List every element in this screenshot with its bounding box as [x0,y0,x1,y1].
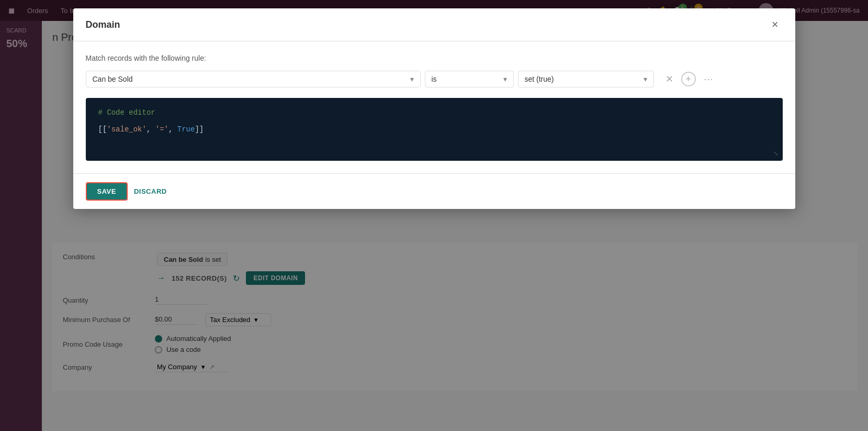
modal-close-button[interactable]: × [768,17,783,32]
modal-body: Match records with the following rule: C… [73,41,795,173]
resize-handle-icon[interactable]: ⤡ [773,150,779,158]
rule-field-value: Can be Sold [93,75,133,83]
code-comment-line: # Code editor [98,108,770,117]
rule-delete-button[interactable]: ✕ [662,72,677,86]
save-button[interactable]: SAVE [86,182,128,201]
code-comma1: , [146,125,155,134]
rule-operator-chevron-icon: ▾ [503,75,507,83]
rule-field-chevron-icon: ▾ [410,75,414,83]
code-content-line: [['sale_ok', '=', True]] [98,125,770,134]
rule-field-selector[interactable]: Can be Sold ▾ [86,71,421,87]
code-editor: # Code editor [['sale_ok', '=', True]] ⤡ [86,98,783,161]
modal-title: Domain [86,19,120,30]
code-bracket-open: [ [98,125,103,134]
code-comma2: , [168,125,177,134]
rule-value-display: set (true) [525,75,554,83]
rule-operator-value: is [432,75,437,83]
code-string-eq: '=' [155,125,168,134]
match-rule-label: Match records with the following rule: [86,54,783,62]
code-inner-bracket-close: ]] [195,125,204,134]
rule-action-buttons: ✕ + ⋯ [662,72,717,86]
modal-footer: SAVE DISCARD [73,173,795,209]
discard-button[interactable]: DISCARD [134,187,167,195]
modal-overlay: Domain × Match records with the followin… [0,0,868,431]
rule-add-button[interactable]: + [681,72,696,86]
rule-more-button[interactable]: ⋯ [700,72,717,86]
modal-dialog: Domain × Match records with the followin… [73,8,795,209]
rule-operator-selector[interactable]: is ▾ [425,71,514,87]
rule-value-selector[interactable]: set (true) ▾ [518,71,654,87]
rule-row: Can be Sold ▾ is ▾ set (true) ▾ [86,71,783,87]
code-string-sale-ok: 'sale_ok' [107,125,146,134]
rule-value-chevron-icon: ▾ [644,75,647,83]
modal-header: Domain × [73,8,795,41]
code-value-true: True [177,125,195,134]
